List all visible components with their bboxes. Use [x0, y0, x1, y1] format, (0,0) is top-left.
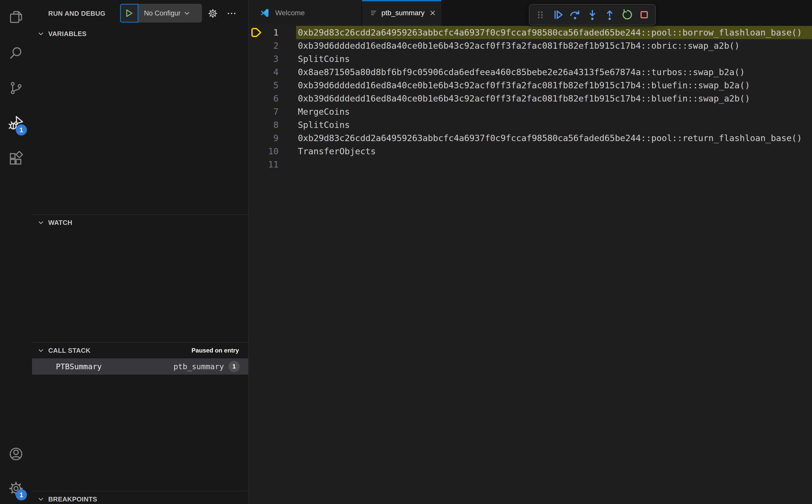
debug-pause-status: Paused on entry: [191, 347, 239, 354]
manage-settings-button[interactable]: 1: [0, 476, 32, 501]
settings-update-badge: 1: [16, 489, 27, 500]
code-text[interactable]: 0xb39d6dddedd16ed8a40ce0b1e6b43c92acf0ff…: [278, 92, 750, 105]
debug-session-badge: 1: [16, 124, 27, 136]
step-over-button[interactable]: [567, 6, 584, 23]
code-text[interactable]: 0x8ae871505a80d8bf6bf9c05906cda6edfeea46…: [278, 65, 745, 79]
code-line: 9 0xb29d83c26cdd2a64959263abbcfc4a6937f0…: [248, 131, 812, 145]
debug-launch-control: No Configur: [120, 4, 202, 23]
chevron-down-icon: [38, 30, 44, 37]
code-line: 4 0x8ae871505a80d8bf6bf9c05906cda6edfeea…: [248, 65, 812, 79]
code-text[interactable]: 0xb29d83c26cdd2a64959263abbcfc4a6937f0c9…: [278, 26, 802, 39]
debug-stackframe-icon: [251, 27, 264, 38]
code-line: 10 TransferObjects: [248, 145, 812, 158]
sidebar-item-run-and-debug[interactable]: 1: [0, 110, 32, 136]
line-number[interactable]: 7: [248, 105, 278, 118]
line-number[interactable]: 6: [248, 92, 278, 105]
stop-icon: [637, 8, 651, 22]
editor-group: Welcome ptb_summary: [248, 0, 812, 504]
breakpoints-section-label: BREAKPOINTS: [48, 495, 97, 503]
continue-button[interactable]: [549, 6, 567, 23]
watch-section: WATCH: [32, 214, 248, 342]
variables-section-header[interactable]: VARIABLES: [32, 26, 248, 42]
frame-file-name: ptb_summary: [173, 362, 224, 371]
line-number[interactable]: 9: [248, 131, 278, 145]
call-stack-section-header[interactable]: CALL STACK Paused on entry: [32, 343, 248, 358]
debug-configuration-dropdown[interactable]: No Configur: [138, 4, 202, 23]
debug-configuration-label: No Configur: [144, 9, 180, 17]
sidebar-item-source-control[interactable]: [0, 75, 32, 101]
call-stack-section-label: CALL STACK: [48, 347, 91, 355]
code-text[interactable]: SplitCoins: [278, 118, 350, 131]
code-text[interactable]: TransferObjects: [278, 145, 376, 158]
code-text[interactable]: [278, 158, 298, 171]
breakpoints-section-header[interactable]: BREAKPOINTS: [32, 491, 248, 504]
chevron-down-icon: [38, 347, 44, 354]
code-line: 8 SplitCoins: [248, 118, 812, 131]
source-control-icon: [8, 80, 24, 96]
account-button[interactable]: [0, 441, 32, 467]
call-stack-frame-row[interactable]: PTBSummary ptb_summary 1: [32, 358, 248, 375]
line-number[interactable]: 11: [248, 158, 278, 171]
step-into-icon: [586, 8, 599, 22]
restart-icon: [620, 8, 634, 22]
line-number[interactable]: 3: [248, 52, 278, 65]
close-tab-button[interactable]: [429, 8, 437, 18]
watch-section-header[interactable]: WATCH: [32, 215, 248, 230]
step-out-button[interactable]: [601, 6, 618, 23]
sidebar-header: RUN AND DEBUG No Configur: [32, 0, 248, 26]
continue-icon: [551, 8, 565, 22]
chevron-down-icon: [38, 219, 44, 226]
more-actions-icon: [226, 8, 237, 19]
toolbar-drag-handle[interactable]: [532, 6, 549, 23]
line-number[interactable]: 5: [248, 79, 278, 92]
code-text[interactable]: SplitCoins: [278, 52, 350, 65]
vscode-window: 1: [0, 0, 812, 504]
variables-section-label: VARIABLES: [48, 30, 87, 38]
step-into-button[interactable]: [584, 6, 601, 23]
list-file-icon: [370, 8, 377, 18]
sidebar-title: RUN AND DEBUG: [48, 10, 105, 18]
tab-ptb-summary-label: ptb_summary: [381, 9, 425, 17]
stop-button[interactable]: [636, 6, 653, 23]
start-debugging-button[interactable]: [120, 4, 138, 23]
code-line: 2 0xb39d6dddedd16ed8a40ce0b1e6b43c92acf0…: [248, 39, 812, 52]
code-text[interactable]: 0xb39d6dddedd16ed8a40ce0b1e6b43c92acf0ff…: [278, 79, 750, 92]
sidebar-item-search[interactable]: [0, 41, 32, 66]
line-number[interactable]: 4: [248, 65, 278, 79]
sidebar-item-extensions[interactable]: [0, 146, 32, 172]
line-number[interactable]: 2: [248, 39, 278, 52]
line-number[interactable]: 8: [248, 118, 278, 131]
extensions-icon: [8, 151, 24, 167]
variables-section: VARIABLES: [32, 26, 248, 214]
views-more-actions-button[interactable]: [226, 8, 237, 19]
code-text[interactable]: 0xb39d6dddedd16ed8a40ce0b1e6b43c92acf0ff…: [278, 39, 740, 52]
tab-ptb-summary[interactable]: ptb_summary: [362, 0, 441, 26]
tab-welcome[interactable]: Welcome: [248, 0, 362, 26]
restart-button[interactable]: [618, 6, 636, 23]
close-icon: [429, 9, 436, 16]
vscode-logo-icon: [259, 8, 270, 18]
step-over-icon: [568, 8, 582, 22]
drag-grip-icon: [534, 8, 547, 21]
code-line: 5 0xb39d6dddedd16ed8a40ce0b1e6b43c92acf0…: [248, 79, 812, 92]
debug-toolbar: [529, 4, 656, 25]
tab-welcome-label: Welcome: [275, 9, 305, 17]
chevron-down-icon: [38, 496, 44, 502]
explorer-icon: [8, 9, 24, 25]
code-editor[interactable]: 1 0xb29d83c26cdd2a64959263abbcfc4a6937f0…: [248, 26, 812, 504]
frame-details: ptb_summary 1: [173, 361, 240, 372]
activity-bar: 1: [0, 0, 32, 504]
line-number[interactable]: 10: [248, 145, 278, 158]
search-icon: [8, 45, 24, 61]
frame-name: PTBSummary: [56, 362, 102, 371]
frame-line-badge: 1: [228, 361, 240, 372]
breakpoints-section: BREAKPOINTS: [32, 491, 248, 504]
code-text[interactable]: MergeCoins: [278, 105, 350, 118]
code-text[interactable]: 0xb29d83c26cdd2a64959263abbcfc4a6937f0c9…: [278, 131, 802, 145]
chevron-down-icon: [184, 10, 190, 16]
debug-settings-button[interactable]: [207, 8, 218, 19]
run-and-debug-sidebar: RUN AND DEBUG No Configur: [32, 0, 248, 504]
settings-gear-icon: [208, 8, 218, 19]
start-debug-icon: [125, 9, 133, 17]
sidebar-item-explorer[interactable]: [0, 4, 32, 30]
